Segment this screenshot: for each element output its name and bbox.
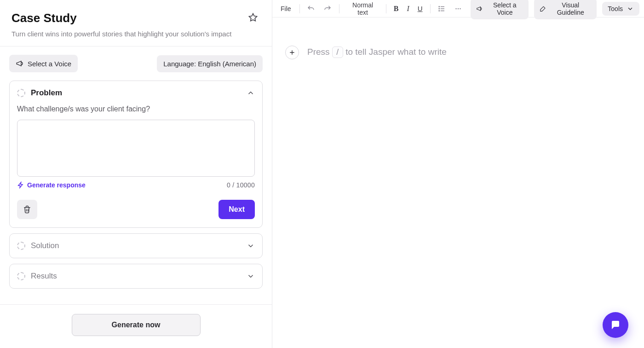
- slash-key-hint: /: [332, 46, 343, 58]
- svg-point-2: [439, 10, 440, 11]
- chat-icon: [610, 319, 621, 331]
- chevron-down-icon: [247, 242, 255, 250]
- problem-prompt: What challenge/s was your client facing?: [17, 105, 255, 113]
- megaphone-icon: [16, 59, 24, 68]
- accordion-title-solution: Solution: [31, 241, 59, 250]
- accordion-header-solution[interactable]: Solution: [10, 234, 262, 258]
- status-circle-icon: [17, 242, 25, 250]
- page-title: Case Study: [12, 11, 77, 25]
- list-button[interactable]: [435, 3, 448, 15]
- select-voice-button-left[interactable]: Select a Voice: [9, 55, 78, 72]
- megaphone-icon: [476, 5, 483, 12]
- tools-chip[interactable]: Tools: [602, 2, 639, 16]
- title-row: Case Study: [12, 10, 260, 26]
- editor-body[interactable]: Press / to tell Jasper what to write: [272, 17, 644, 348]
- svg-point-0: [439, 6, 440, 7]
- select-voice-chip[interactable]: Select a Voice: [471, 0, 528, 19]
- accordion-header-results[interactable]: Results: [10, 264, 262, 288]
- svg-point-4: [458, 8, 459, 9]
- editor-placeholder: Press / to tell Jasper what to write: [285, 45, 631, 59]
- add-block-button[interactable]: [285, 46, 299, 59]
- redo-icon: [323, 5, 332, 13]
- toolbar-separator: [339, 4, 339, 13]
- star-icon: [247, 12, 259, 23]
- accordion-body-problem: What challenge/s was your client facing?…: [10, 105, 262, 227]
- next-button[interactable]: Next: [218, 200, 255, 219]
- favorite-button[interactable]: [246, 10, 260, 26]
- undo-button[interactable]: [304, 3, 318, 15]
- plus-icon: [288, 49, 296, 56]
- left-footer: Generate now: [0, 304, 272, 348]
- editor-toolbar: File Normal text B I U: [272, 0, 644, 17]
- accordion-problem: Problem What challenge/s was your client…: [9, 81, 263, 228]
- generate-response-link[interactable]: Generate response: [17, 181, 86, 189]
- chat-fab[interactable]: [603, 312, 628, 338]
- left-body: Problem What challenge/s was your client…: [0, 76, 272, 304]
- underline-button[interactable]: U: [415, 3, 426, 14]
- undo-icon: [307, 5, 315, 13]
- left-header: Case Study Turn client wins into powerfu…: [0, 0, 272, 46]
- brush-icon: [540, 5, 546, 12]
- file-menu[interactable]: File: [277, 3, 295, 14]
- more-button[interactable]: [451, 3, 465, 15]
- list-icon: [437, 5, 446, 13]
- bold-icon: B: [394, 5, 399, 13]
- underline-icon: U: [418, 5, 423, 12]
- accordion-title-problem: Problem: [31, 88, 62, 98]
- toolbar-separator: [299, 4, 300, 13]
- svg-point-3: [456, 8, 457, 9]
- italic-icon: I: [407, 5, 409, 13]
- accordion-header-problem[interactable]: Problem: [10, 81, 262, 105]
- left-panel: Case Study Turn client wins into powerfu…: [0, 0, 272, 348]
- bold-button[interactable]: B: [391, 3, 402, 15]
- svg-point-1: [439, 8, 440, 9]
- text-style-dropdown[interactable]: Normal text: [344, 0, 381, 18]
- chevron-up-icon: [247, 89, 255, 97]
- accordion-solution: Solution: [9, 233, 263, 258]
- chevron-down-icon: [247, 272, 255, 280]
- more-icon: [454, 5, 462, 13]
- left-toolbar: Select a Voice Language: English (Americ…: [0, 46, 272, 76]
- toolbar-separator: [386, 4, 386, 13]
- status-circle-icon: [17, 272, 25, 280]
- chevron-down-icon: [627, 5, 634, 12]
- visual-guideline-chip[interactable]: Visual Guideline: [534, 0, 597, 19]
- char-count: 0 / 10000: [227, 181, 255, 189]
- right-panel: File Normal text B I U: [272, 0, 644, 348]
- language-button[interactable]: Language: English (American): [157, 55, 263, 72]
- italic-button[interactable]: I: [404, 3, 412, 15]
- redo-button[interactable]: [321, 3, 334, 15]
- lightning-icon: [17, 181, 24, 189]
- toolbar-separator: [430, 4, 431, 13]
- generate-now-button[interactable]: Generate now: [72, 314, 201, 336]
- page-subtitle: Turn client wins into powerful stories t…: [12, 30, 260, 38]
- delete-button[interactable]: [17, 200, 37, 219]
- problem-textarea[interactable]: [17, 120, 255, 177]
- svg-point-5: [460, 8, 461, 9]
- accordion-title-results: Results: [31, 272, 57, 281]
- accordion-results: Results: [9, 264, 263, 289]
- status-circle-icon: [17, 89, 25, 97]
- trash-icon: [23, 205, 32, 214]
